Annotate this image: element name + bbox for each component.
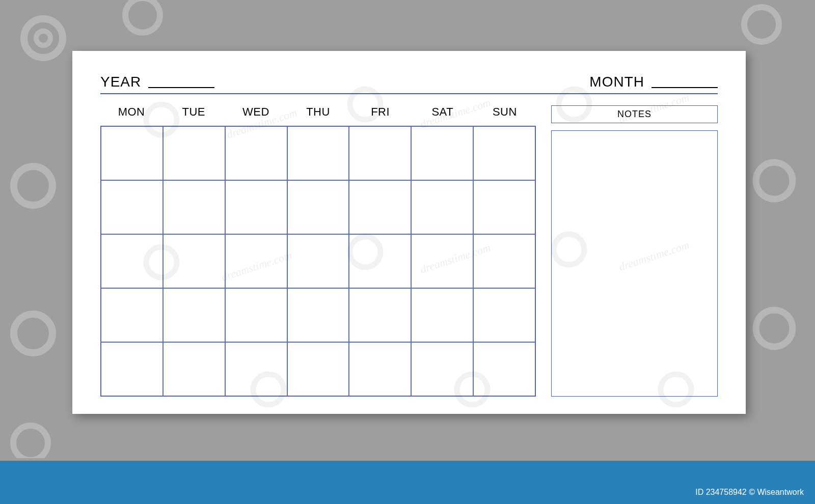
calendar-cell[interactable] bbox=[225, 288, 287, 342]
calendar-cell[interactable] bbox=[101, 288, 163, 342]
calendar-cell[interactable] bbox=[411, 180, 473, 234]
calendar-cell[interactable] bbox=[349, 180, 411, 234]
svg-point-4 bbox=[14, 166, 52, 205]
svg-point-5 bbox=[14, 314, 52, 353]
svg-point-8 bbox=[756, 310, 793, 347]
calendar-cell[interactable] bbox=[473, 288, 535, 342]
calendar-cell[interactable] bbox=[473, 180, 535, 234]
calendar-cell[interactable] bbox=[411, 126, 473, 180]
year-blank-line[interactable] bbox=[148, 87, 214, 88]
calendar-cell[interactable] bbox=[349, 126, 411, 180]
watermark-swirl-icon bbox=[746, 300, 802, 356]
calendar-cell[interactable] bbox=[225, 180, 287, 234]
calendar-cell[interactable] bbox=[163, 342, 225, 396]
year-label: YEAR bbox=[100, 74, 141, 90]
calendar-cell[interactable] bbox=[163, 234, 225, 288]
day-header-tue: TUE bbox=[162, 105, 225, 119]
calendar-cell[interactable] bbox=[163, 126, 225, 180]
planner-sheet: dreamstime.com dreamstime.com dreamstime… bbox=[72, 51, 746, 414]
calendar-cell[interactable] bbox=[163, 180, 225, 234]
notes-area: NOTES bbox=[551, 105, 718, 397]
content-row: MON TUE WED THU FRI SAT SUN NOTES bbox=[100, 105, 718, 397]
calendar-cell[interactable] bbox=[349, 288, 411, 342]
svg-point-3 bbox=[744, 7, 779, 42]
watermark-swirl-icon bbox=[5, 417, 56, 458]
calendar-cell[interactable] bbox=[473, 126, 535, 180]
calendar-cell[interactable] bbox=[287, 234, 349, 288]
day-header-fri: FRI bbox=[349, 105, 412, 119]
calendar-cell[interactable] bbox=[349, 234, 411, 288]
watermark-swirl-icon bbox=[117, 0, 168, 41]
calendar-cell[interactable] bbox=[101, 342, 163, 396]
header-row: YEAR MONTH bbox=[100, 74, 718, 90]
svg-point-0 bbox=[24, 19, 63, 58]
watermark-swirl-icon bbox=[5, 305, 61, 361]
attribution-text: ID 234758942 © Wiseantwork bbox=[695, 488, 804, 497]
calendar-cell[interactable] bbox=[287, 288, 349, 342]
month-label: MONTH bbox=[589, 74, 644, 90]
calendar-cell[interactable] bbox=[411, 288, 473, 342]
watermark-swirl-icon bbox=[15, 10, 71, 66]
calendar-cell[interactable] bbox=[101, 126, 163, 180]
calendar-cell[interactable] bbox=[287, 342, 349, 396]
calendar-cell[interactable] bbox=[163, 288, 225, 342]
calendar-cell[interactable] bbox=[225, 342, 287, 396]
calendar-cell[interactable] bbox=[411, 342, 473, 396]
calendar-cell[interactable] bbox=[287, 126, 349, 180]
watermark-swirl-icon bbox=[746, 153, 802, 209]
month-group: MONTH bbox=[589, 74, 718, 90]
month-blank-line[interactable] bbox=[651, 87, 718, 88]
day-header-mon: MON bbox=[100, 105, 162, 119]
svg-point-1 bbox=[36, 31, 50, 45]
svg-point-7 bbox=[756, 162, 793, 199]
calendar-cell[interactable] bbox=[473, 342, 535, 396]
calendar-cell[interactable] bbox=[101, 180, 163, 234]
svg-point-6 bbox=[13, 426, 48, 458]
header-divider bbox=[100, 93, 718, 94]
calendar-cell[interactable] bbox=[287, 180, 349, 234]
year-group: YEAR bbox=[100, 74, 214, 90]
watermark-swirl-icon bbox=[5, 158, 61, 214]
calendar-cell[interactable] bbox=[349, 342, 411, 396]
watermark-swirl-icon bbox=[736, 4, 787, 50]
calendar-grid bbox=[100, 126, 536, 397]
svg-point-2 bbox=[125, 0, 160, 33]
calendar-cell[interactable] bbox=[101, 234, 163, 288]
bottom-bar: ID 234758942 © Wiseantwork bbox=[0, 461, 815, 504]
